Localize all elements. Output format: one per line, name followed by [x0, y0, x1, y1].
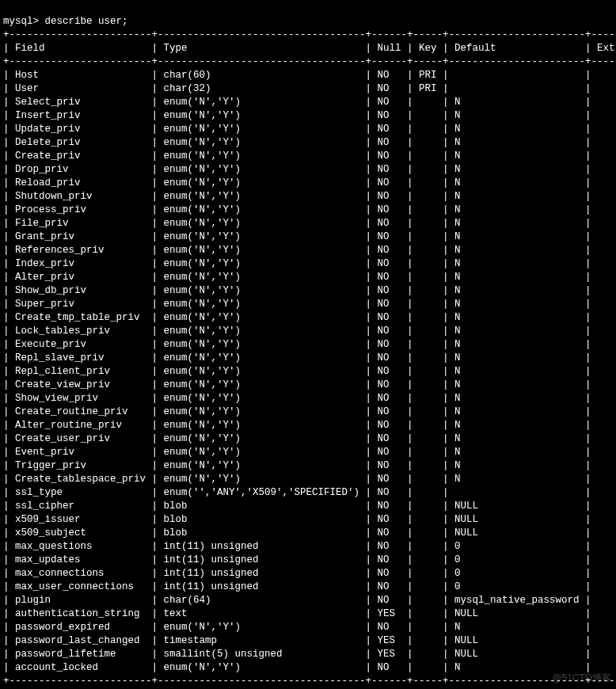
- table-row: | plugin | char(64) | NO | | mysql_nativ…: [3, 594, 613, 607]
- table-row: | ssl_type | enum('','ANY','X509','SPECI…: [3, 486, 613, 500]
- table-row: | Create_view_priv | enum('N','Y') | NO …: [3, 379, 613, 392]
- table-row: | ssl_cipher | blob | NO | | NULL | |: [3, 500, 613, 513]
- table-row: | Create_routine_priv | enum('N','Y') | …: [3, 405, 613, 419]
- table-row: | max_questions | int(11) unsigned | NO …: [3, 540, 613, 554]
- table-row: | Alter_priv | enum('N','Y') | NO | | N …: [3, 271, 613, 284]
- table-row: | Lock_tables_priv | enum('N','Y') | NO …: [3, 325, 613, 338]
- table-row: | password_lifetime | smallint(5) unsign…: [3, 648, 613, 661]
- describe-table: +------------------------+--------------…: [3, 29, 613, 688]
- table-row: | Repl_slave_priv | enum('N','Y') | NO |…: [3, 352, 613, 365]
- table-row: | x509_subject | blob | NO | | NULL | |: [3, 527, 613, 540]
- table-row: | References_priv | enum('N','Y') | NO |…: [3, 244, 613, 257]
- table-row: | Update_priv | enum('N','Y') | NO | | N…: [3, 123, 613, 136]
- table-row: | password_last_changed | timestamp | YE…: [3, 634, 613, 648]
- table-row: | Alter_routine_priv | enum('N','Y') | N…: [3, 419, 613, 432]
- table-row: | max_user_connections | int(11) unsigne…: [3, 581, 613, 594]
- table-row: | User | char(32) | NO | PRI | | |: [3, 82, 613, 96]
- table-row: | Index_priv | enum('N','Y') | NO | | N …: [3, 257, 613, 271]
- table-row: | Process_priv | enum('N','Y') | NO | | …: [3, 204, 613, 217]
- table-row: | Execute_priv | enum('N','Y') | NO | | …: [3, 338, 613, 352]
- table-row: | max_connections | int(11) unsigned | N…: [3, 567, 613, 581]
- table-row: | Select_priv | enum('N','Y') | NO | | N…: [3, 96, 613, 109]
- table-row: | Create_user_priv | enum('N','Y') | NO …: [3, 432, 613, 446]
- table-row: | authentication_string | text | YES | |…: [3, 607, 613, 621]
- table-row: | Create_priv | enum('N','Y') | NO | | N…: [3, 150, 613, 163]
- terminal-output: mysql> describe user; +-----------------…: [0, 0, 616, 689]
- table-row: | password_expired | enum('N','Y') | NO …: [3, 621, 613, 634]
- table-row: | max_updates | int(11) unsigned | NO | …: [3, 554, 613, 567]
- table-row: | Insert_priv | enum('N','Y') | NO | | N…: [3, 109, 613, 123]
- table-row: | File_priv | enum('N','Y') | NO | | N |…: [3, 217, 613, 230]
- table-header-row: | Field | Type | Null | Key | Default | …: [3, 42, 613, 55]
- table-row: | Host | char(60) | NO | PRI | | |: [3, 69, 613, 82]
- table-row: | Super_priv | enum('N','Y') | NO | | N …: [3, 298, 613, 311]
- table-row: | Event_priv | enum('N','Y') | NO | | N …: [3, 446, 613, 459]
- table-border: +------------------------+--------------…: [3, 675, 613, 688]
- table-row: | Show_view_priv | enum('N','Y') | NO | …: [3, 392, 613, 405]
- table-row: | account_locked | enum('N','Y') | NO | …: [3, 661, 613, 675]
- table-border: +------------------------+--------------…: [3, 55, 613, 69]
- table-row: | Trigger_priv | enum('N','Y') | NO | | …: [3, 459, 613, 473]
- table-row: | Grant_priv | enum('N','Y') | NO | | N …: [3, 230, 613, 244]
- table-row: | Reload_priv | enum('N','Y') | NO | | N…: [3, 177, 613, 190]
- table-row: | Repl_client_priv | enum('N','Y') | NO …: [3, 365, 613, 379]
- table-row: | Delete_priv | enum('N','Y') | NO | | N…: [3, 136, 613, 150]
- table-row: | Create_tablespace_priv | enum('N','Y')…: [3, 473, 613, 486]
- table-row: | Drop_priv | enum('N','Y') | NO | | N |…: [3, 163, 613, 177]
- table-row: | Create_tmp_table_priv | enum('N','Y') …: [3, 311, 613, 325]
- table-border: +------------------------+--------------…: [3, 29, 613, 42]
- table-row: | Show_db_priv | enum('N','Y') | NO | | …: [3, 284, 613, 298]
- table-row: | Shutdown_priv | enum('N','Y') | NO | |…: [3, 190, 613, 204]
- watermark-text: @51CTO博客: [552, 672, 611, 685]
- table-row: | x509_issuer | blob | NO | | NULL | |: [3, 513, 613, 527]
- sql-prompt-line: mysql> describe user;: [3, 16, 128, 27]
